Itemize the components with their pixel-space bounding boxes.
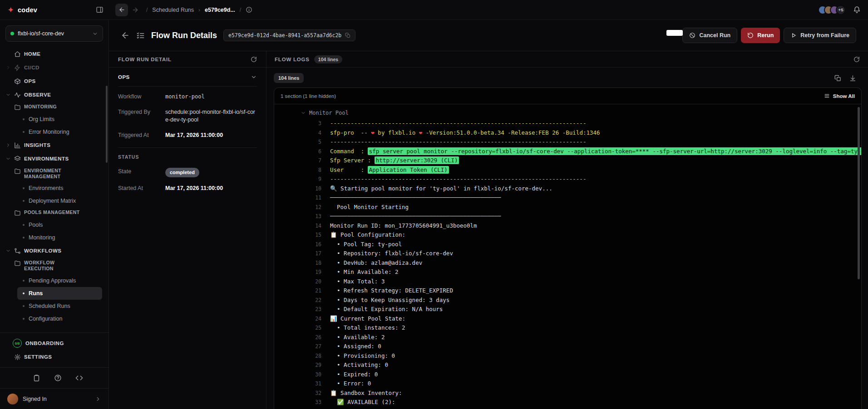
notifications-bell-icon[interactable] bbox=[853, 6, 861, 14]
run-id-badge[interactable]: e579ce9d-012d-4bae-8941-a557aa7d6c2b bbox=[223, 29, 355, 41]
code-icon[interactable] bbox=[75, 374, 83, 382]
breadcrumb: / Scheduled Runs › e579ce9d... / bbox=[146, 6, 252, 13]
sidebar-item-ops[interactable]: OPS bbox=[0, 74, 108, 88]
logs-toolbar: 104 lines bbox=[266, 68, 868, 88]
line-number: 12 bbox=[274, 203, 321, 212]
avatar-more-badge: +5 bbox=[836, 5, 846, 15]
back-button[interactable] bbox=[121, 31, 130, 40]
log-line: 18 • DevHub: azlam@adiza.dev bbox=[274, 258, 861, 268]
sidebar-item-pools[interactable]: Pools bbox=[17, 219, 102, 231]
retry-from-failure-button[interactable]: Retry from Failure bbox=[784, 28, 856, 43]
info-icon[interactable] bbox=[246, 6, 252, 13]
bullet-icon bbox=[23, 118, 25, 120]
detail-row: Workflowmonitor-pool bbox=[118, 87, 257, 105]
panels-row: FLOW RUN DETAIL OPS Workflowmonitor-pool… bbox=[109, 51, 868, 409]
line-number: 24 bbox=[274, 314, 321, 324]
page-title: Flow Run Details bbox=[151, 31, 217, 40]
log-line: 30 • Expired: 0 bbox=[274, 370, 861, 380]
sidebar-scrollbar[interactable] bbox=[106, 86, 108, 163]
chevron-right-icon bbox=[95, 396, 101, 402]
sidebar-item-label: Runs bbox=[29, 290, 43, 297]
download-logs-icon[interactable] bbox=[849, 75, 856, 82]
rerun-button[interactable]: Rerun bbox=[741, 28, 780, 43]
sidebar-item-configuration[interactable]: Configuration bbox=[17, 312, 102, 325]
clipboard-icon[interactable] bbox=[33, 374, 40, 382]
sidebar-item-pending-approvals[interactable]: Pending Approvals bbox=[17, 274, 102, 287]
log-line: 15📋 Pool Configuration: bbox=[274, 230, 861, 240]
activity-icon bbox=[14, 92, 21, 98]
flow-run-list-icon[interactable] bbox=[136, 31, 145, 40]
log-line: 25 • Total instances: 2 bbox=[274, 323, 861, 333]
sidebar-item-ci-cd[interactable]: CI/CD bbox=[0, 61, 108, 74]
signed-in-label: Signed In bbox=[23, 396, 90, 402]
project-name: flxbl-io/sf-core-dev bbox=[18, 30, 89, 37]
sidebar-item-environments[interactable]: Environments bbox=[17, 182, 102, 195]
panel-title: FLOW LOGS bbox=[275, 57, 310, 62]
sidebar-item-pools-management[interactable]: POOLS MANAGEMENT bbox=[0, 207, 108, 219]
log-line: 14Monitor Run ID: mon_1773705604991_u3bo… bbox=[274, 221, 861, 231]
sidebar-item-environments[interactable]: ENVIRONMENTS bbox=[0, 152, 108, 166]
sidebar-item-org-limits[interactable]: Org Limits bbox=[17, 113, 102, 126]
history-forward-button[interactable] bbox=[132, 6, 139, 14]
line-number: 19 bbox=[274, 268, 321, 277]
avatar-stack[interactable]: +5 bbox=[818, 5, 846, 15]
sidebar-item-monitoring[interactable]: Monitoring bbox=[17, 231, 102, 244]
sidebar-tools bbox=[0, 367, 108, 388]
signed-in-row[interactable]: Signed In bbox=[0, 388, 108, 409]
sidebar-item-workflows[interactable]: WORKFLOWS bbox=[0, 244, 108, 258]
sidebar-item-workflow-execution[interactable]: WORKFLOW EXECUTION bbox=[0, 258, 108, 274]
sidebar-item-label: ENVIRONMENT MANAGEMENT bbox=[24, 168, 83, 180]
sidebar-item-label: CI/CD bbox=[24, 65, 39, 70]
sidebar-item-observe[interactable]: OBSERVE bbox=[0, 88, 108, 102]
bullet-icon bbox=[23, 305, 25, 307]
sidebar-item-scheduled-runs[interactable]: Scheduled Runs bbox=[17, 300, 102, 312]
sidebar-item-label: OBSERVE bbox=[24, 92, 51, 97]
status-section-header: STATUS bbox=[118, 147, 257, 161]
sidebar-item-environment-management[interactable]: ENVIRONMENT MANAGEMENT bbox=[0, 166, 108, 182]
status-rows: StatecompletedStarted AtMar 17, 2026 11:… bbox=[118, 161, 257, 196]
sidebar-item-label: SETTINGS bbox=[24, 354, 52, 360]
log-line: 8User : Application Token (CLI) bbox=[274, 166, 861, 175]
breadcrumb-scheduled-runs[interactable]: Scheduled Runs bbox=[152, 7, 194, 13]
show-all-button[interactable]: Show All bbox=[824, 93, 855, 99]
chevron-right-icon bbox=[5, 65, 11, 70]
line-number: 14 bbox=[274, 221, 321, 231]
log-line: 10🔍 Starting pool monitor for 'ty-pool' … bbox=[274, 184, 861, 194]
project-status-dot bbox=[10, 32, 14, 35]
folder-icon bbox=[14, 104, 21, 111]
project-selector[interactable]: flxbl-io/sf-core-dev bbox=[5, 25, 103, 42]
sidebar-item-home[interactable]: HOME bbox=[0, 47, 108, 61]
help-icon[interactable] bbox=[54, 374, 62, 382]
tooltip bbox=[666, 30, 683, 36]
log-scrollbar[interactable] bbox=[858, 107, 860, 279]
sidebar-item-error-monitoring[interactable]: Error Monitoring bbox=[17, 126, 102, 138]
zap-icon bbox=[14, 64, 21, 71]
ops-section-header[interactable]: OPS bbox=[118, 68, 257, 87]
sidebar-item-insights[interactable]: INSIGHTS bbox=[0, 138, 108, 152]
log-viewer: 1 section (1 line hidden) Show All Monit… bbox=[274, 88, 862, 409]
copy-logs-icon[interactable] bbox=[834, 75, 841, 82]
play-icon bbox=[790, 32, 797, 39]
sidebar-item-onboarding[interactable]: 0/8 ONBOARDING bbox=[0, 336, 108, 350]
chevron-down-icon bbox=[301, 110, 306, 116]
sidebar-item-settings[interactable]: SETTINGS bbox=[0, 350, 108, 364]
line-number: 18 bbox=[274, 258, 321, 268]
log-section-header[interactable]: Monitor Pool bbox=[274, 107, 861, 119]
breadcrumb-slash: / bbox=[146, 7, 148, 13]
sidebar-toggle-icon[interactable] bbox=[96, 6, 104, 14]
sidebar-item-runs[interactable]: Runs bbox=[17, 287, 102, 300]
rerun-icon bbox=[747, 32, 754, 39]
cancel-run-button[interactable]: Cancel Run bbox=[682, 28, 737, 43]
refresh-icon[interactable] bbox=[853, 56, 860, 63]
sidebar-item-monitoring[interactable]: MONITORING bbox=[0, 102, 108, 113]
refresh-icon[interactable] bbox=[251, 56, 257, 63]
history-back-button[interactable] bbox=[115, 4, 128, 16]
panel-title: FLOW RUN DETAIL bbox=[118, 57, 172, 62]
line-number: 33 bbox=[274, 398, 321, 407]
line-number: 15 bbox=[274, 230, 321, 240]
copy-icon[interactable] bbox=[345, 33, 350, 38]
sidebar-item-label: POOLS MANAGEMENT bbox=[24, 209, 79, 215]
line-number: 31 bbox=[274, 379, 321, 389]
breadcrumb-run-id[interactable]: e579ce9d... bbox=[205, 7, 235, 13]
sidebar-item-deployment-matrix[interactable]: Deployment Matrix bbox=[17, 195, 102, 207]
